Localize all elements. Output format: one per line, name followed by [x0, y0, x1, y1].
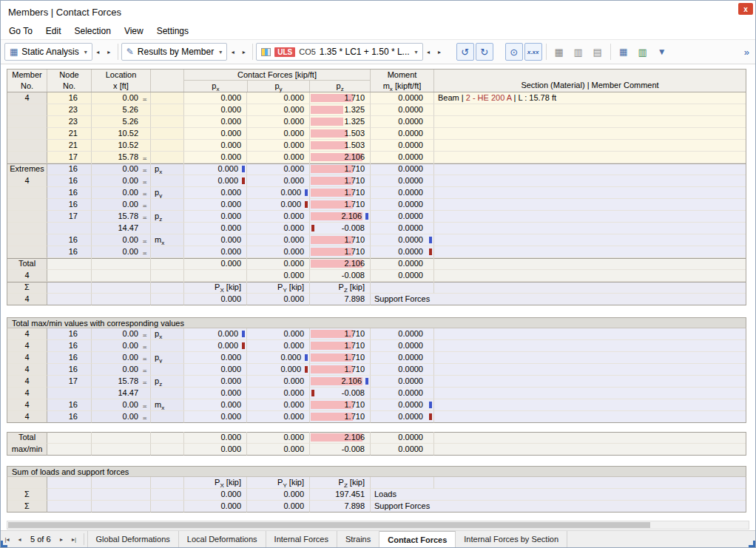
- close-button[interactable]: x: [738, 3, 753, 15]
- results-selector[interactable]: ✎ Results by Member ▾: [121, 43, 227, 61]
- prev-page-button[interactable]: ◂: [13, 531, 26, 547]
- table-row[interactable]: 4160.00≖mx0.0000.0001.7100.0000: [7, 399, 746, 411]
- table-row[interactable]: Total0.0000.0002.1060.0000: [7, 258, 746, 270]
- table-row[interactable]: 4160.00≖py0.0000.0001.7100.0000: [7, 352, 746, 364]
- min-marker-icon: [311, 225, 314, 231]
- cell-py: 0.000: [247, 104, 310, 116]
- table-row[interactable]: 4160.00≖0.0000.0001.7100.0000: [7, 175, 746, 187]
- combination-icon: [261, 48, 271, 56]
- cell-node: 17: [47, 152, 92, 163]
- table-row[interactable]: 4160.00≖0.0000.0001.7100.0000Beam | 2 - …: [7, 92, 746, 104]
- cell-location: 0.00≖: [92, 352, 151, 364]
- table-row[interactable]: 2110.520.0000.0001.5030.0000: [7, 140, 746, 152]
- print-button[interactable]: ▤: [589, 43, 607, 61]
- decimal-places-button[interactable]: x.xx: [524, 43, 542, 61]
- menu-settings[interactable]: Settings: [150, 24, 195, 38]
- tab-local-deformations[interactable]: Local Deformations: [179, 531, 266, 547]
- analysis-prev-button[interactable]: ◂: [92, 44, 104, 60]
- max-marker-icon: [242, 331, 245, 337]
- table-export-button[interactable]: ▥: [570, 43, 587, 61]
- table-row[interactable]: 1715.78≖pz0.0000.0002.1060.0000: [7, 211, 746, 223]
- analysis-selector[interactable]: ▦ Static Analysis ▾: [4, 43, 92, 61]
- cell-pz: -0.008: [310, 223, 371, 234]
- show-all-results-button[interactable]: ↻: [476, 43, 493, 61]
- min-marker-icon: [305, 366, 308, 373]
- table-row[interactable]: 1715.78≖0.0000.0002.1060.0000: [7, 152, 746, 163]
- table-row[interactable]: 235.260.0000.0001.3250.0000: [7, 104, 746, 116]
- table-row[interactable]: 4160.00≖px0.0000.0001.7100.0000: [7, 328, 746, 340]
- table-row[interactable]: 160.00≖py0.0000.0001.7100.0000: [7, 187, 746, 199]
- table-settings-button[interactable]: ▦: [550, 43, 568, 61]
- cell-member: Total: [7, 258, 47, 270]
- cell-member: [7, 223, 47, 234]
- min-marker-icon: [305, 201, 308, 208]
- combination-next-button[interactable]: ▸: [434, 44, 445, 60]
- cell-comment: [434, 187, 746, 199]
- table-row[interactable]: 40.0000.0007.898Support Forces: [7, 294, 746, 305]
- menu-view[interactable]: View: [118, 24, 150, 38]
- results-prev-button[interactable]: ◂: [227, 44, 238, 60]
- table-row[interactable]: 40.000-0.0080.0000: [7, 270, 746, 282]
- table-row[interactable]: 235.260.0000.0001.3250.0000: [7, 116, 746, 128]
- export-button[interactable]: ▥: [634, 43, 652, 61]
- cell-comment: [434, 140, 746, 152]
- section-gap: [7, 423, 746, 432]
- table-row[interactable]: 2110.520.0000.0001.5030.0000: [7, 128, 746, 140]
- combination-prev-button[interactable]: ◂: [423, 44, 434, 60]
- results-table: MemberNo.NodeNo.Locationx [ft]Contact Fo…: [7, 69, 755, 513]
- result-values-button[interactable]: ⊙: [505, 43, 523, 61]
- tab-internal-forces[interactable]: Internal Forces: [266, 531, 337, 547]
- cell-node: [47, 270, 92, 282]
- tab-global-deformations[interactable]: Global Deformations: [87, 531, 179, 547]
- cell-quantity: py: [151, 187, 184, 199]
- cell-mx: 0.0000: [371, 211, 434, 223]
- analysis-next-button[interactable]: ▸: [104, 44, 115, 60]
- cell-location: 0.00≖: [92, 187, 151, 199]
- scrollbar-thumb[interactable]: [8, 522, 650, 528]
- cell-pz: 2.106: [310, 376, 371, 388]
- menu-go-to[interactable]: Go To: [2, 24, 39, 38]
- table-row[interactable]: 160.00≖0.0000.0001.7100.0000: [7, 199, 746, 211]
- table-row[interactable]: 4160.00≖0.0000.0001.7100.0000: [7, 411, 746, 423]
- table-row[interactable]: PX [kip]PY [kip]PZ [kip]: [7, 477, 746, 489]
- result-table-button[interactable]: ▦: [615, 43, 632, 61]
- filter-button[interactable]: ▼: [653, 43, 671, 61]
- table-row[interactable]: 4160.00≖0.0000.0001.7100.0000: [7, 340, 746, 352]
- cell-node: 16: [47, 234, 92, 246]
- table-row[interactable]: max/min0.0000.000-0.0080.0000: [7, 444, 746, 456]
- menu-edit[interactable]: Edit: [39, 24, 68, 38]
- load-combination-selector[interactable]: ULS CO5 1.35 * LC1 + 1.50 * L... ▾: [256, 43, 422, 61]
- table-row[interactable]: Σ0.0000.0007.898Support Forces: [7, 501, 746, 513]
- tab-strains[interactable]: Strains: [337, 531, 379, 547]
- cell-py: 0.000: [247, 444, 310, 456]
- results-next-button[interactable]: ▸: [238, 44, 249, 60]
- toolbar-overflow-button[interactable]: »: [744, 47, 752, 58]
- table-row[interactable]: 414.470.0000.000-0.0080.0000: [7, 388, 746, 399]
- cell-member: max/min: [7, 444, 47, 456]
- refresh-ccw-icon: ↺: [461, 47, 469, 58]
- next-page-button[interactable]: ▸: [55, 531, 68, 547]
- table-row[interactable]: 14.470.0000.000-0.0080.0000: [7, 223, 746, 234]
- horizontal-scrollbar[interactable]: [7, 521, 749, 530]
- cell-member: [7, 104, 47, 116]
- table-row[interactable]: Extremes160.00≖px0.0000.0001.7100.0000: [7, 163, 746, 175]
- cell-member: 4: [7, 352, 47, 364]
- table-row[interactable]: 4160.00≖0.0000.0001.7100.0000: [7, 364, 746, 376]
- table-row[interactable]: Σ0.0000.000197.451Loads: [7, 489, 746, 501]
- table-row[interactable]: 160.00≖mx0.0000.0001.7100.0000: [7, 234, 746, 246]
- table-row[interactable]: 160.00≖0.0000.0001.7100.0000: [7, 246, 746, 258]
- show-results-button[interactable]: ↺: [456, 43, 474, 61]
- cell-comment: Beam | 2 - HE 200 A | L : 15.78 ft: [434, 92, 746, 104]
- menu-selection[interactable]: Selection: [68, 24, 118, 38]
- table-row[interactable]: ΣPX [kip]PY [kip]PZ [kip]: [7, 282, 746, 294]
- tab-internal-forces-by-section[interactable]: Internal Forces by Section: [456, 531, 567, 547]
- tab-contact-forces[interactable]: Contact Forces: [379, 531, 456, 547]
- cell-node: 16: [47, 411, 92, 423]
- last-page-button[interactable]: ▸|: [68, 531, 81, 547]
- table-row[interactable]: Total0.0000.0002.1060.0000: [7, 432, 746, 444]
- cell-comment: [434, 234, 746, 246]
- cell-quantity: [151, 223, 184, 234]
- decimal-places-icon: x.xx: [527, 49, 539, 55]
- chevron-down-icon: ▾: [219, 49, 222, 55]
- table-row[interactable]: 41715.78≖pz0.0000.0002.1060.0000: [7, 376, 746, 388]
